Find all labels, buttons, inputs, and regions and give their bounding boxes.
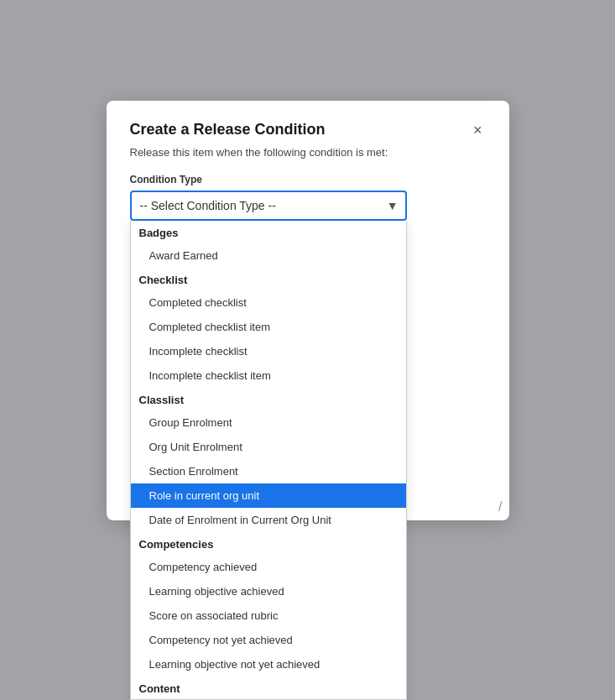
dropdown-group-label: Competencies (131, 532, 406, 555)
dropdown-item[interactable]: Role in current org unit (131, 483, 406, 508)
dropdown-group-label: Badges (131, 221, 406, 243)
dropdown-item[interactable]: Competency achieved (131, 555, 406, 579)
dropdown-group-label: Checklist (131, 268, 406, 290)
modal-subtitle: Release this item when the following con… (130, 146, 486, 159)
dropdown-item[interactable]: Section Enrolment (131, 459, 406, 483)
condition-type-label: Condition Type (130, 174, 486, 185)
close-button[interactable]: × (470, 121, 486, 139)
create-release-condition-modal: Create a Release Condition × Release thi… (107, 101, 509, 520)
dropdown-item[interactable]: Completed checklist (131, 290, 406, 315)
dropdown-item[interactable]: Award Earned (131, 243, 406, 268)
dropdown-item[interactable]: Incomplete checklist (131, 339, 406, 363)
dropdown-item[interactable]: Completed checklist item (131, 315, 406, 339)
dropdown-item[interactable]: Incomplete checklist item (131, 363, 406, 388)
dropdown-item[interactable]: Competency not yet achieved (131, 628, 406, 652)
dropdown-item[interactable]: Date of Enrolment in Current Org Unit (131, 508, 406, 532)
dropdown-item[interactable]: Learning objective not yet achieved (131, 652, 406, 676)
condition-type-select[interactable]: -- Select Condition Type -- (130, 191, 407, 221)
select-wrapper: -- Select Condition Type -- ▼ BadgesAwar… (130, 191, 407, 221)
modal-title: Create a Release Condition (130, 121, 326, 138)
modal-header: Create a Release Condition × (130, 121, 486, 139)
resize-handle-icon: / (498, 500, 502, 514)
dropdown-item[interactable]: Org Unit Enrolment (131, 435, 406, 459)
dropdown-item[interactable]: Group Enrolment (131, 410, 406, 435)
dropdown-group-label: Classlist (131, 388, 406, 410)
dropdown-group-label: Content (131, 676, 406, 699)
dropdown-item[interactable]: Learning objective achieved (131, 579, 406, 603)
condition-type-dropdown[interactable]: BadgesAward EarnedChecklistCompleted che… (130, 221, 407, 700)
dropdown-item[interactable]: Score on associated rubric (131, 603, 406, 628)
